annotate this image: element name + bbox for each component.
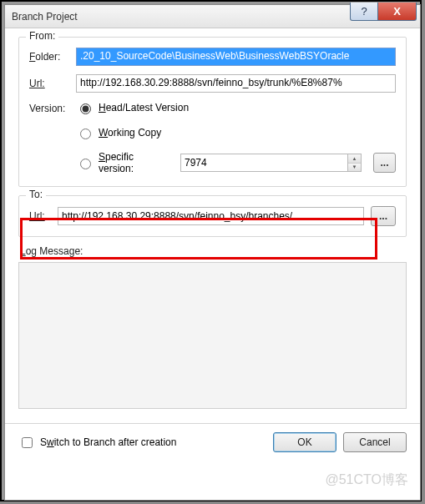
radio-head-label: Head/Latest Version [99, 102, 189, 113]
ok-button[interactable]: OK [273, 432, 336, 452]
spin-buttons: ▲ ▼ [347, 154, 362, 172]
titlebar[interactable]: Branch Project ? X [5, 5, 420, 28]
footer: Switch to Branch after creation OK Cance… [5, 423, 420, 452]
to-url-input[interactable] [58, 207, 364, 225]
version-options: Head/Latest Version Working Copy Specifi… [76, 101, 396, 174]
version-spinbox: ▲ ▼ [180, 154, 362, 172]
log-message-textarea[interactable] [18, 262, 407, 409]
spin-up-icon[interactable]: ▲ [348, 154, 361, 164]
to-group: To: Url: ... [18, 195, 407, 237]
switch-label: Switch to Branch after creation [40, 436, 176, 448]
radio-head-row[interactable]: Head/Latest Version [76, 101, 396, 114]
folder-row: Folder: .20_10_SourceCode\BusinessWeb\Bu… [29, 48, 396, 66]
to-url-row: Url: ... [29, 206, 396, 226]
from-url-input[interactable]: http://192.168.30.29:8888/svn/feinno_bsy… [76, 74, 396, 93]
from-legend: From: [26, 30, 58, 42]
radio-working-label: Working Copy [99, 127, 161, 139]
radio-specific-row: Specific version: ▲ ▼ ... [76, 151, 396, 174]
dialog-window: Branch Project ? X From: Folder: .20_10_… [4, 4, 421, 501]
dialog-content: From: Folder: .20_10_SourceCode\Business… [5, 28, 420, 461]
to-url-label: Url: [29, 210, 58, 222]
from-group: From: Folder: .20_10_SourceCode\Business… [18, 37, 407, 187]
to-browse-button[interactable]: ... [371, 206, 396, 226]
cancel-button[interactable]: Cancel [343, 432, 407, 452]
log-message-label: Log Message: [20, 245, 407, 257]
version-browse-button[interactable]: ... [373, 153, 396, 173]
radio-specific-label: Specific version: [99, 151, 164, 174]
version-number-input[interactable] [180, 154, 347, 172]
folder-input[interactable]: .20_10_SourceCode\BusinessWeb\BusinessWe… [76, 48, 396, 66]
to-legend: To: [26, 189, 46, 200]
help-button[interactable]: ? [350, 3, 378, 21]
screenshot-frame: Branch Project ? X From: Folder: .20_10_… [0, 0, 422, 501]
radio-working-row[interactable]: Working Copy [76, 126, 396, 139]
radio-working[interactable] [80, 129, 91, 139]
switch-checkbox-row[interactable]: Switch to Branch after creation [18, 435, 273, 451]
version-label: Version: [29, 103, 76, 114]
window-title: Branch Project [12, 11, 78, 23]
radio-head[interactable] [80, 103, 91, 114]
folder-label: Folder: [29, 51, 76, 63]
window-buttons: ? X [350, 3, 417, 21]
switch-checkbox[interactable] [22, 437, 33, 448]
from-url-row: Url: http://192.168.30.29:8888/svn/feinn… [29, 74, 396, 93]
radio-specific[interactable] [80, 159, 91, 169]
spin-down-icon[interactable]: ▼ [348, 164, 361, 172]
version-row: Version: Head/Latest Version Working Cop… [29, 101, 396, 174]
from-url-label: Url: [29, 78, 76, 89]
close-button[interactable]: X [378, 3, 417, 21]
